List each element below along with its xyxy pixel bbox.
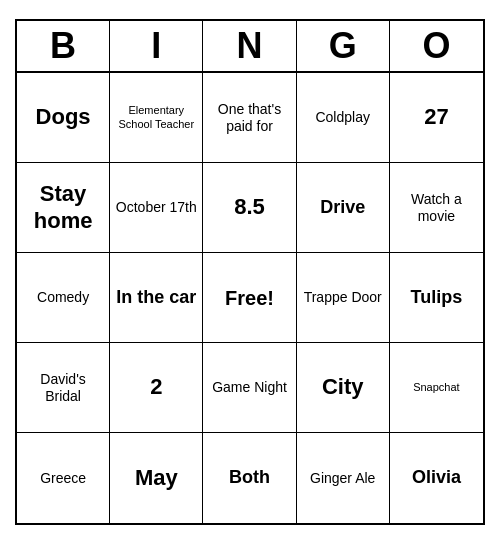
bingo-cell-15: David's Bridal — [17, 343, 110, 433]
bingo-cell-22: Both — [203, 433, 296, 523]
header-letter-i: I — [110, 21, 203, 71]
bingo-cell-14: Tulips — [390, 253, 483, 343]
bingo-cell-21: May — [110, 433, 203, 523]
bingo-cell-20: Greece — [17, 433, 110, 523]
bingo-cell-6: October 17th — [110, 163, 203, 253]
bingo-cell-24: Olivia — [390, 433, 483, 523]
bingo-cell-2: One that's paid for — [203, 73, 296, 163]
bingo-cell-5: Stay home — [17, 163, 110, 253]
bingo-cell-18: City — [297, 343, 390, 433]
bingo-cell-4: 27 — [390, 73, 483, 163]
bingo-cell-17: Game Night — [203, 343, 296, 433]
bingo-cell-16: 2 — [110, 343, 203, 433]
bingo-cell-3: Coldplay — [297, 73, 390, 163]
bingo-cell-11: In the car — [110, 253, 203, 343]
bingo-cell-23: Ginger Ale — [297, 433, 390, 523]
bingo-cell-0: Dogs — [17, 73, 110, 163]
header-letter-o: O — [390, 21, 483, 71]
bingo-card: BINGO DogsElementary School TeacherOne t… — [15, 19, 485, 525]
bingo-cell-8: Drive — [297, 163, 390, 253]
bingo-cell-13: Trappe Door — [297, 253, 390, 343]
bingo-grid: DogsElementary School TeacherOne that's … — [17, 73, 483, 523]
bingo-cell-19: Snapchat — [390, 343, 483, 433]
header-letter-b: B — [17, 21, 110, 71]
bingo-cell-9: Watch a movie — [390, 163, 483, 253]
header-letter-g: G — [297, 21, 390, 71]
bingo-cell-1: Elementary School Teacher — [110, 73, 203, 163]
header-letter-n: N — [203, 21, 296, 71]
bingo-header: BINGO — [17, 21, 483, 73]
bingo-cell-12: Free! — [203, 253, 296, 343]
bingo-cell-10: Comedy — [17, 253, 110, 343]
bingo-cell-7: 8.5 — [203, 163, 296, 253]
